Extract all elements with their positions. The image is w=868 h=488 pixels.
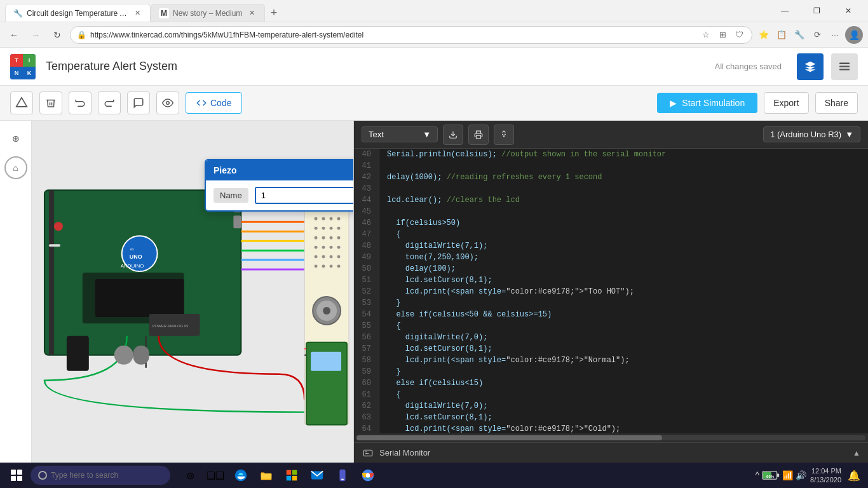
sync-icon[interactable]: ⟳ xyxy=(810,27,825,43)
line-code: lcd.setCursor(8,1); xyxy=(379,274,492,286)
piezo-name-input[interactable] xyxy=(255,187,353,204)
tray-expand-icon[interactable]: ^ xyxy=(755,470,759,480)
svg-point-33 xyxy=(315,227,318,230)
board-dropdown[interactable]: 1 (Arduino Uno R3) ▼ xyxy=(763,126,860,142)
export-button[interactable]: Export xyxy=(764,92,808,114)
line-number: 42 xyxy=(354,172,379,183)
zoom-button[interactable]: ⊕ xyxy=(4,127,27,150)
code-button[interactable]: Code xyxy=(186,92,242,114)
close-button[interactable]: ✕ xyxy=(834,0,863,22)
taskbar-edge[interactable] xyxy=(229,464,253,487)
debug-code-button[interactable] xyxy=(494,125,514,145)
extensions-icon[interactable]: 🔧 xyxy=(792,27,807,43)
code-line: 57 lcd.setCursor(8,1); xyxy=(354,343,868,355)
time-display[interactable]: 12:04 PM 8/13/2020 xyxy=(810,466,841,485)
new-tab-button[interactable]: + xyxy=(265,4,283,22)
svg-point-4 xyxy=(166,102,170,105)
piezo-body: Name xyxy=(206,180,353,210)
shield-icon[interactable]: 🛡 xyxy=(733,29,745,41)
code-editor[interactable]: 40Serial.println(celsius); //output show… xyxy=(354,149,868,433)
svg-rect-7 xyxy=(83,273,184,323)
code-line: 55 { xyxy=(354,320,868,332)
tab-close-medium[interactable]: ✕ xyxy=(247,8,257,18)
collections-icon[interactable]: 📋 xyxy=(774,27,789,43)
notification-button[interactable]: 🔔 xyxy=(845,466,863,484)
svg-point-69 xyxy=(503,135,504,136)
tab-close-tinkercad[interactable]: ✕ xyxy=(132,8,142,18)
user-avatar[interactable]: 👤 xyxy=(845,26,863,44)
taskbar-fileexplorer[interactable] xyxy=(254,464,278,487)
code-type-label: Text xyxy=(369,130,384,139)
taskbar-search-input[interactable] xyxy=(51,471,153,480)
svg-point-30 xyxy=(322,217,325,220)
taskbar-chrome[interactable] xyxy=(356,464,380,487)
svg-rect-78 xyxy=(292,476,297,480)
code-line: 41 xyxy=(354,160,868,172)
share-button[interactable]: Share xyxy=(815,92,858,114)
svg-rect-77 xyxy=(287,476,291,480)
line-number: 40 xyxy=(354,149,379,160)
comment-button[interactable] xyxy=(127,92,150,114)
home-view-button[interactable]: ⌂ xyxy=(4,156,27,179)
delete-button[interactable] xyxy=(39,92,62,114)
tab-tinkercad[interactable]: 🔧 Circuit design Temperature Alert ✕ xyxy=(5,4,151,22)
line-number: 58 xyxy=(354,355,379,366)
taskbar-search[interactable] xyxy=(31,466,170,485)
line-number: 54 xyxy=(354,309,379,320)
list-view-button[interactable] xyxy=(831,53,858,80)
line-number: 50 xyxy=(354,263,379,274)
star-icon[interactable]: ☆ xyxy=(700,29,712,41)
address-text: https://www.tinkercad.com/things/5kMwU1f… xyxy=(90,30,363,39)
svg-rect-15 xyxy=(149,314,200,336)
svg-rect-0 xyxy=(839,62,850,64)
taskbar-cortana[interactable]: ⊚ xyxy=(178,464,202,487)
redo-button[interactable] xyxy=(98,92,121,114)
line-code: tone(7,250,100); xyxy=(379,252,478,263)
svg-rect-64 xyxy=(133,346,149,365)
shape-tool-button[interactable] xyxy=(10,92,33,114)
start-button[interactable] xyxy=(5,464,28,487)
back-button[interactable]: ← xyxy=(5,26,23,44)
circuit-canvas[interactable]: Piezo Name xyxy=(32,121,353,463)
svg-point-51 xyxy=(330,265,333,268)
svg-point-46 xyxy=(322,255,325,259)
sound-icon[interactable]: 🔊 xyxy=(796,470,806,480)
print-code-button[interactable] xyxy=(468,125,489,145)
svg-rect-75 xyxy=(287,470,291,475)
maximize-button[interactable]: ❐ xyxy=(802,0,831,22)
forward-button[interactable]: → xyxy=(27,26,44,44)
code-line: 46 if(celsius>50) xyxy=(354,217,868,229)
3d-view-button[interactable] xyxy=(797,53,824,80)
collection-icon[interactable]: ⊞ xyxy=(716,29,729,41)
taskbar-taskview[interactable]: ❑❑ xyxy=(203,464,227,487)
changes-saved: All changes saved xyxy=(714,62,782,71)
address-bar[interactable]: 🔒 https://www.tinkercad.com/things/5kMwU… xyxy=(70,26,752,44)
serial-monitor-icon xyxy=(362,447,374,459)
svg-rect-63 xyxy=(114,346,133,365)
taskbar-store[interactable] xyxy=(280,464,304,487)
code-type-chevron: ▼ xyxy=(423,130,431,139)
settings-icon[interactable]: ··· xyxy=(827,27,843,43)
horizontal-scrollbar[interactable] xyxy=(354,433,868,442)
network-icon[interactable]: 📶 xyxy=(782,470,793,480)
taskbar-yourphone[interactable] xyxy=(330,464,355,487)
taskbar-mail[interactable] xyxy=(305,464,329,487)
code-button-label: Code xyxy=(210,98,231,108)
eye-button[interactable] xyxy=(156,92,179,114)
svg-point-49 xyxy=(315,265,318,268)
refresh-button[interactable]: ↻ xyxy=(48,26,66,44)
start-simulation-button[interactable]: ▶ Start Simulation xyxy=(657,93,757,113)
code-line: 42delay(1000); //reading refreshes every… xyxy=(354,172,868,183)
tab-medium[interactable]: M New story – Medium ✕ xyxy=(151,4,265,22)
code-line: 59 } xyxy=(354,366,868,377)
favorites-icon[interactable]: ⭐ xyxy=(756,27,771,43)
svg-point-50 xyxy=(322,265,325,268)
serial-expand-button[interactable]: ▲ xyxy=(853,449,860,458)
minimize-button[interactable]: — xyxy=(770,0,799,22)
line-number: 43 xyxy=(354,183,379,194)
svg-rect-86 xyxy=(777,473,780,477)
code-type-dropdown[interactable]: Text ▼ xyxy=(362,126,438,142)
download-code-button[interactable] xyxy=(443,125,463,145)
app-title: Temperature Alert System xyxy=(46,60,177,73)
undo-button[interactable] xyxy=(69,92,92,114)
